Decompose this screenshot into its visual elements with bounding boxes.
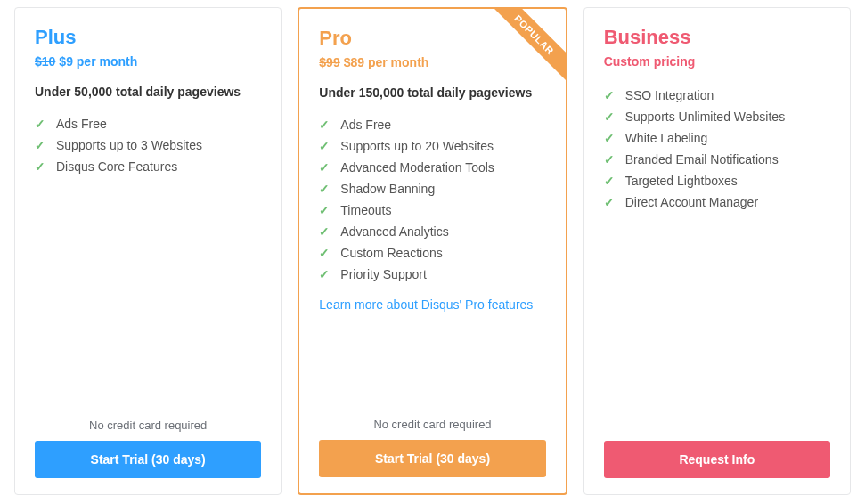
feature-text: Ads Free xyxy=(340,118,391,132)
check-icon: ✓ xyxy=(604,88,616,102)
check-icon: ✓ xyxy=(319,182,331,196)
feature-list: ✓SSO Integration✓Supports Unlimited Webs… xyxy=(604,85,830,213)
feature-text: Supports Unlimited Websites xyxy=(625,110,785,124)
feature-text: Advanced Analytics xyxy=(340,224,448,239)
plan-subhead: Under 50,000 total daily pageviews xyxy=(35,85,261,99)
feature-text: SSO Integration xyxy=(625,88,714,102)
feature-item: ✓Custom Reactions xyxy=(319,242,545,264)
check-icon: ✓ xyxy=(604,110,616,124)
feature-item: ✓Advanced Moderation Tools xyxy=(319,157,545,178)
learn-more-link[interactable]: Learn more about Disqus' Pro features xyxy=(319,297,545,312)
feature-item: ✓SSO Integration xyxy=(604,85,830,106)
feature-text: White Labeling xyxy=(625,131,708,145)
request-info-button[interactable]: Request Info xyxy=(604,441,830,478)
plan-note: No credit card required xyxy=(35,419,261,432)
check-icon: ✓ xyxy=(604,195,616,209)
check-icon: ✓ xyxy=(319,139,331,153)
feature-item: ✓White Labeling xyxy=(604,127,830,149)
feature-list: ✓Ads Free✓Supports up to 20 Websites✓Adv… xyxy=(319,114,545,285)
plan-price-text: Custom pricing xyxy=(604,54,696,69)
feature-item: ✓Targeted Lightboxes xyxy=(604,170,830,191)
plan-title: Business xyxy=(604,26,830,49)
plan-card-plus: Plus$10$9 per monthUnder 50,000 total da… xyxy=(14,7,282,495)
feature-text: Ads Free xyxy=(56,117,107,131)
feature-text: Advanced Moderation Tools xyxy=(340,160,494,175)
feature-item: ✓Direct Account Manager xyxy=(604,191,830,213)
check-icon: ✓ xyxy=(319,224,331,239)
check-icon: ✓ xyxy=(319,118,331,132)
plan-title: Pro xyxy=(319,27,545,50)
feature-text: Supports up to 3 Websites xyxy=(56,138,202,152)
feature-item: ✓Ads Free xyxy=(35,113,261,134)
feature-text: Disqus Core Features xyxy=(56,159,177,174)
feature-text: Custom Reactions xyxy=(340,246,442,260)
check-icon: ✓ xyxy=(319,203,331,217)
feature-item: ✓Disqus Core Features xyxy=(35,156,261,177)
plan-note: No credit card required xyxy=(319,418,545,431)
plan-card-business: BusinessCustom pricing✓SSO Integration✓S… xyxy=(583,7,851,495)
feature-item: ✓Priority Support xyxy=(319,264,545,285)
feature-text: Supports up to 20 Websites xyxy=(340,139,494,153)
plan-price-text: $9 per month xyxy=(59,54,137,69)
feature-item: ✓Supports up to 20 Websites xyxy=(319,135,545,157)
feature-item: ✓Branded Email Notifications xyxy=(604,149,830,170)
plan-old-price: $99 xyxy=(319,55,339,69)
feature-text: Branded Email Notifications xyxy=(625,152,779,167)
plan-price: $99$89 per month xyxy=(319,55,545,69)
plan-price: $10$9 per month xyxy=(35,54,261,69)
pricing-plans: Plus$10$9 per monthUnder 50,000 total da… xyxy=(14,7,851,495)
check-icon: ✓ xyxy=(604,152,616,167)
feature-text: Targeted Lightboxes xyxy=(625,174,738,188)
feature-text: Direct Account Manager xyxy=(625,195,758,209)
plan-subhead: Under 150,000 total daily pageviews xyxy=(319,85,545,100)
check-icon: ✓ xyxy=(604,131,616,145)
plan-old-price: $10 xyxy=(35,54,55,69)
check-icon: ✓ xyxy=(35,138,47,152)
plan-title: Plus xyxy=(35,26,261,49)
check-icon: ✓ xyxy=(319,267,331,281)
start-trial-button[interactable]: Start Trial (30 days) xyxy=(35,441,261,478)
feature-text: Shadow Banning xyxy=(340,182,435,196)
check-icon: ✓ xyxy=(319,160,331,175)
feature-text: Timeouts xyxy=(340,203,391,217)
feature-list: ✓Ads Free✓Supports up to 3 Websites✓Disq… xyxy=(35,113,261,177)
feature-item: ✓Ads Free xyxy=(319,114,545,135)
plan-card-pro: POPULARPro$99$89 per monthUnder 150,000 … xyxy=(298,7,567,495)
feature-item: ✓Supports up to 3 Websites xyxy=(35,134,261,156)
check-icon: ✓ xyxy=(604,174,616,188)
feature-text: Priority Support xyxy=(340,267,426,281)
feature-item: ✓Advanced Analytics xyxy=(319,221,545,242)
check-icon: ✓ xyxy=(35,159,47,174)
plan-price-text: $89 per month xyxy=(344,55,429,69)
plan-price: Custom pricing xyxy=(604,54,830,69)
check-icon: ✓ xyxy=(35,117,47,131)
check-icon: ✓ xyxy=(319,246,331,260)
feature-item: ✓Supports Unlimited Websites xyxy=(604,106,830,127)
feature-item: ✓Shadow Banning xyxy=(319,178,545,199)
feature-item: ✓Timeouts xyxy=(319,199,545,221)
start-trial-button[interactable]: Start Trial (30 days) xyxy=(319,440,545,477)
